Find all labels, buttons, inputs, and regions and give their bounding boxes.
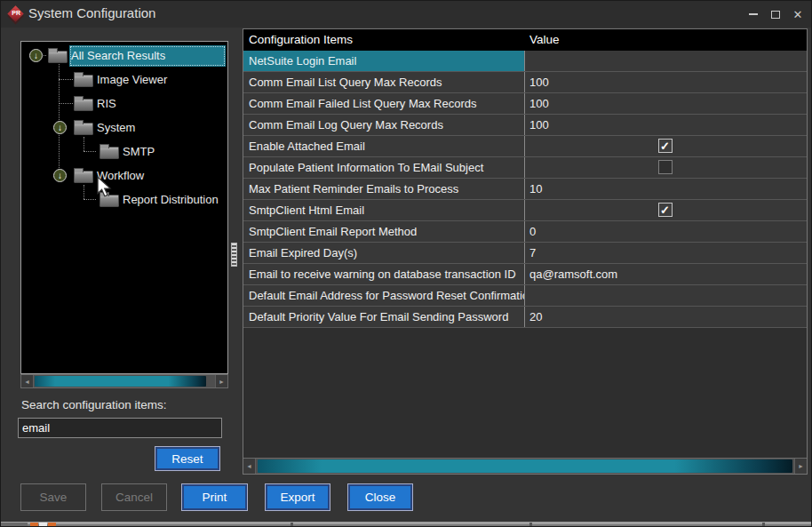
- config-tree[interactable]: ↓ All Search Results Image Viewer RIS ↓ …: [20, 41, 228, 374]
- config-value-cell[interactable]: [525, 157, 807, 178]
- checkbox[interactable]: ✓: [658, 203, 673, 217]
- tree-item-label[interactable]: System: [97, 117, 135, 139]
- folder-icon: [74, 123, 93, 135]
- config-value-cell[interactable]: 0: [525, 221, 807, 242]
- search-input[interactable]: [18, 418, 222, 438]
- config-value-cell[interactable]: 10: [525, 179, 807, 199]
- cancel-button[interactable]: Cancel: [101, 483, 167, 511]
- config-item-cell[interactable]: Email to receive warning on database tra…: [243, 264, 525, 284]
- column-header-configuration-items[interactable]: Configuration Items: [243, 29, 525, 51]
- config-item-cell[interactable]: Default Priority Value For Email Sending…: [243, 307, 525, 327]
- table-row-default-priority-value-for-email-sending-password[interactable]: Default Priority Value For Email Sending…: [243, 307, 807, 328]
- panel-splitter-handle[interactable]: [231, 243, 237, 267]
- tree-item-smtp[interactable]: SMTP: [21, 140, 227, 164]
- scroll-right-icon[interactable]: ►: [794, 459, 807, 474]
- scroll-right-icon[interactable]: ►: [215, 375, 227, 387]
- config-value-cell[interactable]: qa@ramsoft.com: [525, 264, 807, 284]
- table-row-comm-email-list-query-max-records[interactable]: Comm Email List Query Max Records 100: [243, 72, 807, 93]
- tree-item-workflow[interactable]: ↓ Workflow: [21, 164, 227, 188]
- table-row-smtpclient-email-report-method[interactable]: SmtpClient Email Report Method 0: [243, 221, 807, 243]
- folder-icon: [74, 171, 93, 183]
- maximize-icon: [771, 11, 780, 19]
- expander-icon[interactable]: ↓: [53, 121, 67, 134]
- tree-item-image-viewer[interactable]: Image Viewer: [21, 68, 227, 92]
- config-value-cell[interactable]: 100: [525, 93, 807, 114]
- checkbox[interactable]: ✓: [658, 139, 673, 153]
- config-value-cell[interactable]: [525, 51, 807, 71]
- config-item-cell[interactable]: Comm Email Log Query Max Records: [243, 115, 525, 135]
- close-window-button[interactable]: ✕: [790, 6, 806, 22]
- config-grid: Configuration Items Value NetSuite Login…: [243, 28, 808, 475]
- tree-horizontal-scrollbar[interactable]: ◄ ►: [20, 374, 228, 388]
- config-value-cell[interactable]: [525, 285, 807, 306]
- grid-rows: NetSuite Login Email Comm Email List Que…: [243, 51, 807, 328]
- config-item-cell[interactable]: Comm Email List Query Max Records: [243, 72, 525, 92]
- config-item-cell[interactable]: Default Email Address for Password Reset…: [243, 285, 525, 306]
- taskbar-segment: [1, 523, 28, 527]
- taskbar-edge: [1, 522, 811, 527]
- config-value-cell[interactable]: 20: [525, 307, 807, 327]
- expander-icon[interactable]: ↓: [53, 169, 67, 182]
- app-icon: PR: [7, 5, 23, 21]
- taskbar-segment: [762, 523, 765, 527]
- taskbar-segment: [529, 523, 532, 527]
- folder-icon: [74, 99, 93, 111]
- config-item-cell[interactable]: Enable Attached Email: [243, 136, 525, 156]
- tree-item-system[interactable]: ↓ System: [21, 116, 227, 140]
- scrollbar-thumb[interactable]: [258, 459, 792, 473]
- folder-icon: [48, 51, 68, 63]
- table-row-enable-attached-email[interactable]: Enable Attached Email ✓: [243, 136, 807, 157]
- maximize-button[interactable]: [768, 6, 784, 22]
- scroll-left-icon[interactable]: ◄: [21, 375, 34, 387]
- config-value-cell[interactable]: 7: [525, 243, 807, 263]
- tree-item-ris[interactable]: RIS: [21, 92, 227, 116]
- config-value-cell[interactable]: 100: [525, 72, 807, 92]
- tree-item-report-distribution[interactable]: Report Distribution: [21, 188, 227, 212]
- tree-item-label[interactable]: Report Distribution: [123, 189, 219, 211]
- close-button[interactable]: Close: [347, 483, 413, 511]
- tree-item-label[interactable]: All Search Results: [69, 45, 226, 67]
- tree-item-label[interactable]: Workflow: [97, 165, 144, 187]
- config-value-cell[interactable]: ✓: [525, 136, 807, 156]
- table-row-netsuite-login-email[interactable]: NetSuite Login Email: [243, 51, 807, 72]
- config-item-cell[interactable]: NetSuite Login Email: [243, 51, 525, 71]
- table-row-email-expired-day-s[interactable]: Email Expired Day(s) 7: [243, 243, 807, 264]
- table-row-comm-email-failed-list-query-max-records[interactable]: Comm Email Failed List Query Max Records…: [243, 93, 807, 115]
- reset-button[interactable]: Reset: [155, 446, 220, 471]
- config-item-cell[interactable]: SmtpClient Email Report Method: [243, 221, 525, 242]
- scrollbar-thumb[interactable]: [35, 376, 206, 387]
- close-icon: ✕: [793, 8, 803, 21]
- tree-item-all-search-results[interactable]: ↓ All Search Results: [21, 44, 227, 68]
- minimize-button[interactable]: [745, 6, 761, 22]
- config-item-cell[interactable]: Email Expired Day(s): [243, 243, 525, 263]
- taskbar-peek-icon: [39, 523, 47, 527]
- config-item-cell[interactable]: SmtpClient Html Email: [243, 200, 525, 220]
- grid-horizontal-scrollbar[interactable]: ◄ ►: [243, 458, 807, 474]
- export-button[interactable]: Export: [265, 483, 330, 511]
- column-header-value[interactable]: Value: [525, 29, 807, 51]
- print-button[interactable]: Print: [181, 483, 248, 511]
- save-button[interactable]: Save: [20, 483, 86, 511]
- tree-item-label[interactable]: RIS: [97, 93, 116, 115]
- config-item-cell[interactable]: Max Patient Reminder Emails to Process: [243, 179, 525, 199]
- table-row-comm-email-log-query-max-records[interactable]: Comm Email Log Query Max Records 100: [243, 115, 807, 136]
- table-row-default-email-address-for-password-reset-confirmation[interactable]: Default Email Address for Password Reset…: [243, 285, 807, 307]
- table-row-max-patient-reminder-emails-to-process[interactable]: Max Patient Reminder Emails to Process 1…: [243, 179, 807, 200]
- config-item-cell[interactable]: Comm Email Failed List Query Max Records: [243, 93, 525, 114]
- tree-item-label[interactable]: Image Viewer: [97, 69, 167, 91]
- titlebar[interactable]: PR System Configuration ✕: [1, 1, 811, 28]
- taskbar-peek-icon: [48, 523, 56, 527]
- scroll-left-icon[interactable]: ◄: [243, 459, 256, 474]
- config-item-cell[interactable]: Populate Patient Information To EMail Su…: [243, 157, 525, 178]
- folder-icon: [100, 195, 119, 207]
- expander-icon[interactable]: ↓: [29, 49, 43, 62]
- config-value-cell[interactable]: ✓: [525, 200, 807, 220]
- table-row-email-to-receive-warning-on-database-transaction-id[interactable]: Email to receive warning on database tra…: [243, 264, 807, 285]
- table-row-smtpclient-html-email[interactable]: SmtpClient Html Email ✓: [243, 200, 807, 221]
- search-label: Search configuration items:: [21, 398, 167, 411]
- folder-icon: [74, 75, 93, 87]
- checkbox[interactable]: [658, 160, 673, 174]
- tree-item-label[interactable]: SMTP: [123, 141, 155, 163]
- config-value-cell[interactable]: 100: [525, 115, 807, 135]
- table-row-populate-patient-information-to-email-subject[interactable]: Populate Patient Information To EMail Su…: [243, 157, 807, 179]
